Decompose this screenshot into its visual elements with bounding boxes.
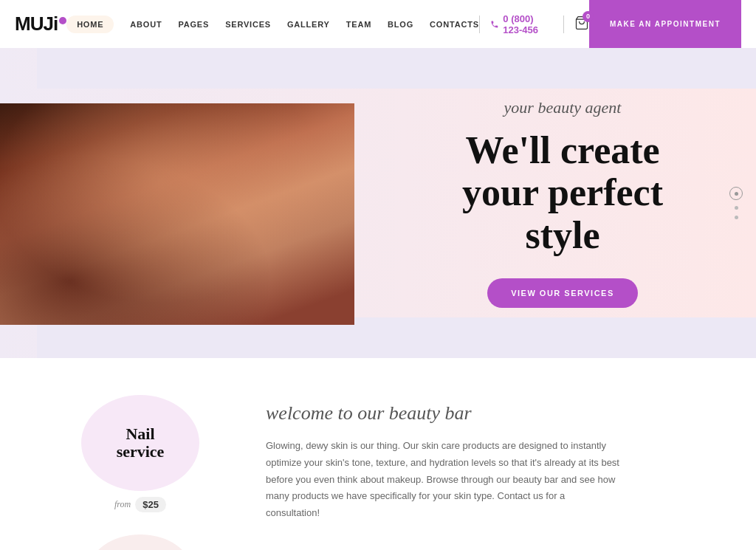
hero-content: your beauty agent We'll create your perf… — [354, 69, 756, 337]
nav-contacts[interactable]: CONTACTS — [430, 20, 479, 29]
slide-dot-1[interactable] — [729, 187, 743, 200]
slide-dots — [729, 187, 743, 219]
nail-service-name: Nailservice — [117, 425, 165, 461]
logo-text: MUJi — [15, 13, 58, 35]
nail-price-badge: $25 — [135, 497, 166, 512]
hero-image-container — [0, 103, 354, 325]
hero-cta-button[interactable]: VIEW OUR SERVICES — [487, 278, 638, 308]
nav-gallery[interactable]: GALLERY — [287, 20, 330, 29]
phone-icon — [490, 18, 499, 30]
slide-dot-3[interactable] — [735, 216, 738, 219]
hair-service-circle: Hair — [89, 534, 192, 550]
hero-title: We'll create your perfect style — [413, 129, 712, 256]
nav-home[interactable]: HOME — [66, 16, 114, 33]
nail-service-item: Nailservice from $25 — [59, 395, 221, 512]
divider2 — [563, 16, 564, 33]
nail-service-circle: Nailservice — [81, 395, 199, 491]
nav-services[interactable]: SERVICES — [225, 20, 271, 29]
nav-team[interactable]: TEAM — [346, 20, 371, 29]
appointment-button[interactable]: MAKE AN APPOINTMENT — [589, 0, 741, 48]
welcome-title: welcome to our beauty bar — [266, 402, 697, 424]
services-list: Nailservice from $25 Hair — [59, 395, 221, 550]
slide-dot-2[interactable] — [735, 206, 738, 210]
logo[interactable]: MUJi — [15, 13, 66, 35]
main-nav: HOME ABOUT PAGES SERVICES GALLERY TEAM B… — [66, 16, 479, 33]
cart-button[interactable]: 0 — [574, 16, 589, 33]
logo-dot — [59, 17, 66, 24]
welcome-content: welcome to our beauty bar Glowing, dewy … — [266, 395, 697, 550]
nav-about[interactable]: ABOUT — [130, 20, 162, 29]
header-right: 0 (800) 123-456 0 — [479, 13, 589, 35]
phone-number: 0 (800) 123-456 — [503, 13, 553, 35]
welcome-body: Glowing, dewy skin is our thing. Our ski… — [266, 438, 620, 522]
hero-section: your beauty agent We'll create your perf… — [0, 48, 756, 358]
nav-blog[interactable]: BLOG — [388, 20, 413, 29]
phone-link[interactable]: 0 (800) 123-456 — [490, 13, 554, 35]
hair-service-item: Hair — [59, 534, 221, 550]
nail-price-row: from $25 — [114, 497, 166, 512]
cart-badge: 0 — [583, 11, 594, 22]
model-photo — [0, 103, 354, 325]
hero-image — [0, 103, 354, 325]
nail-from-label: from — [114, 499, 131, 510]
divider — [479, 16, 480, 33]
nav-pages[interactable]: PAGES — [178, 20, 209, 29]
services-section: Nailservice from $25 Hair welcome to our… — [0, 358, 756, 550]
hero-subtitle: your beauty agent — [413, 98, 712, 117]
header: MUJi HOME ABOUT PAGES SERVICES GALLERY T… — [0, 0, 756, 48]
